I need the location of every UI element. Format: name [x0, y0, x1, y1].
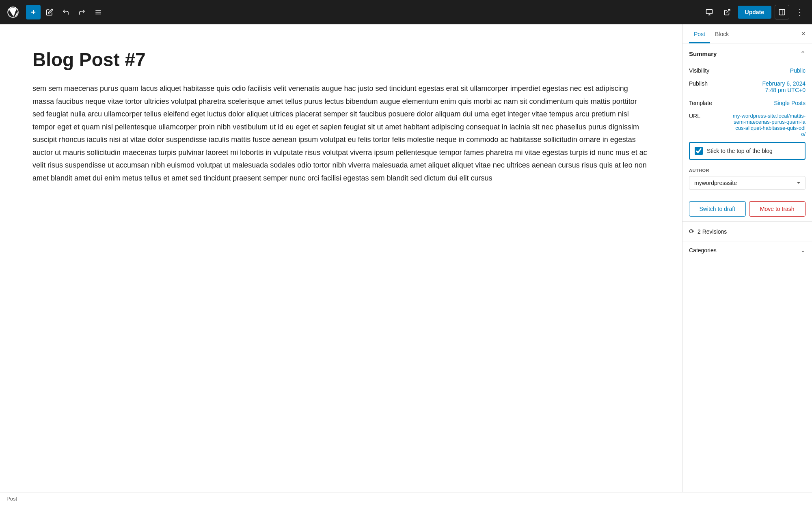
wp-logo	[5, 4, 21, 20]
preview-button[interactable]	[702, 5, 717, 19]
summary-header: Summary ⌃	[689, 50, 806, 58]
svg-rect-8	[779, 9, 785, 15]
sticky-checkbox[interactable]	[695, 147, 703, 155]
undo-button[interactable]	[58, 5, 73, 19]
redo-button[interactable]	[75, 5, 89, 19]
sticky-row: Stick to the top of the blog	[689, 142, 806, 160]
template-label: Template	[689, 100, 712, 106]
author-label: AUTHOR	[689, 168, 806, 173]
more-options-button[interactable]: ⋮	[793, 5, 807, 19]
switch-to-draft-button[interactable]: Switch to draft	[689, 201, 746, 217]
editor-area: Blog Post #7 sem sem maecenas purus quam…	[0, 24, 682, 492]
update-button[interactable]: Update	[738, 6, 771, 19]
svg-rect-4	[706, 9, 712, 14]
tab-post[interactable]: Post	[689, 24, 710, 43]
status-label: Post	[6, 496, 17, 502]
url-value[interactable]: my-wordpress-site.local/mattis-sem-maece…	[732, 113, 806, 137]
template-value[interactable]: Single Posts	[774, 100, 806, 106]
url-label: URL	[689, 113, 700, 119]
view-post-button[interactable]	[720, 5, 734, 19]
template-row: Template Single Posts	[689, 97, 806, 110]
sidebar-toggle-button[interactable]	[775, 5, 789, 19]
visibility-label: Visibility	[689, 67, 709, 74]
summary-title: Summary	[689, 50, 717, 57]
move-to-trash-button[interactable]: Move to trash	[749, 201, 806, 217]
list-view-button[interactable]	[91, 5, 106, 19]
publish-row: Publish February 6, 2024 7:48 pm UTC+0	[689, 77, 806, 97]
toolbar: + Update	[0, 0, 812, 24]
sticky-label[interactable]: Stick to the top of the blog	[707, 148, 773, 154]
sidebar-content: Summary ⌃ Visibility Public Publish Febr…	[682, 43, 812, 492]
main-area: Blog Post #7 sem sem maecenas purus quam…	[0, 24, 812, 492]
status-bar: Post	[0, 492, 812, 505]
revisions-icon: ⟳	[689, 228, 694, 235]
categories-row[interactable]: Categories ⌄	[682, 241, 812, 259]
sidebar: Post Block × Summary ⌃ Visibility Public…	[682, 24, 812, 492]
author-select[interactable]: mywordpresssite	[689, 176, 806, 190]
revisions-row[interactable]: ⟳ 2 Revisions	[682, 221, 812, 241]
post-title[interactable]: Blog Post #7	[32, 49, 650, 71]
visibility-row: Visibility Public	[689, 64, 806, 77]
sidebar-tabs: Post Block ×	[682, 24, 812, 43]
visibility-value[interactable]: Public	[790, 67, 806, 74]
action-buttons: Switch to draft Move to trash	[682, 196, 812, 221]
close-sidebar-button[interactable]: ×	[801, 24, 806, 43]
categories-chevron-icon: ⌄	[801, 247, 806, 254]
publish-label: Publish	[689, 80, 708, 87]
url-row: URL my-wordpress-site.local/mattis-sem-m…	[689, 110, 806, 140]
revisions-label: 2 Revisions	[698, 228, 727, 235]
tab-block[interactable]: Block	[710, 24, 734, 43]
summary-section: Summary ⌃ Visibility Public Publish Febr…	[682, 43, 812, 168]
author-section: AUTHOR mywordpresssite	[682, 168, 812, 196]
add-block-button[interactable]: +	[26, 5, 41, 19]
publish-value[interactable]: February 6, 2024 7:48 pm UTC+0	[762, 80, 806, 93]
edit-tool-button[interactable]	[42, 5, 57, 19]
collapse-summary-button[interactable]: ⌃	[800, 50, 806, 58]
categories-label: Categories	[689, 247, 717, 254]
post-content[interactable]: sem sem maecenas purus quam lacus alique…	[32, 82, 650, 185]
svg-line-7	[726, 9, 730, 13]
toolbar-right: Update ⋮	[702, 5, 807, 19]
